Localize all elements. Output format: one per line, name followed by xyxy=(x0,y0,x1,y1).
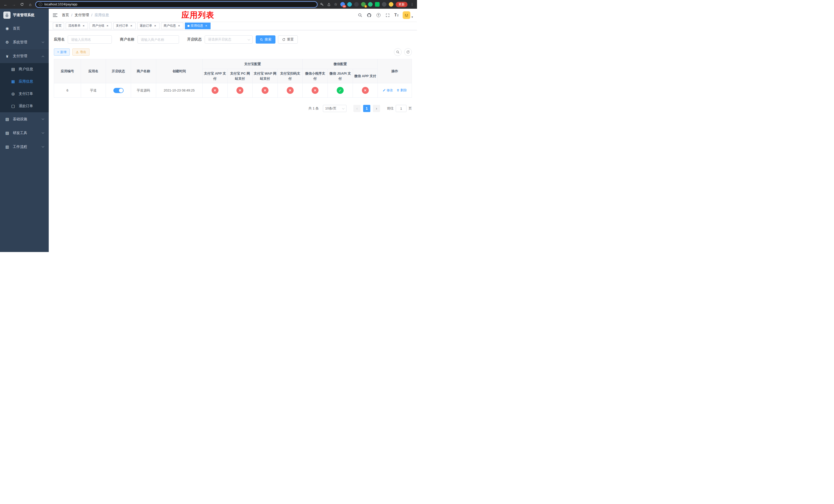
tab-merchant-info[interactable]: 商户信息 × xyxy=(161,23,183,29)
sidebar-item-merchant-info[interactable]: ▤ 商户信息 xyxy=(0,63,49,75)
search-icon[interactable] xyxy=(357,13,363,18)
toggle-search-button[interactable] xyxy=(394,48,402,56)
extension-icon[interactable] xyxy=(368,2,373,7)
sidebar-item-system[interactable]: ⚙ 系统管理 xyxy=(0,36,49,49)
close-icon[interactable]: × xyxy=(153,24,157,28)
sidebar-item-app-info[interactable]: ▦ 应用信息 xyxy=(0,75,49,88)
password-key-icon[interactable] xyxy=(320,2,324,7)
reset-button[interactable]: 重置 xyxy=(278,36,298,44)
active-dot xyxy=(188,25,190,27)
status-label: 开启状态 xyxy=(187,37,202,42)
config-status-icon xyxy=(362,87,369,94)
user-avatar-dropdown[interactable]: ▾ xyxy=(403,11,413,19)
chevron-down-icon xyxy=(248,38,250,41)
tab-app-info[interactable]: 应用信息 × xyxy=(185,23,211,29)
sidebar-item-label: 系统管理 xyxy=(13,40,27,45)
sidebar-item-label: 支付订单 xyxy=(19,92,33,96)
sidebar-item-payment[interactable]: ¥ 支付管理 xyxy=(0,49,49,63)
sidebar-item-infrastructure[interactable]: ▧ 基础设施 xyxy=(0,112,49,126)
tab-refund-order[interactable]: 退款订单 × xyxy=(137,23,159,29)
refresh-button[interactable] xyxy=(404,48,412,56)
browser-menu-icon[interactable]: ⋮ xyxy=(410,2,414,6)
browser-reload-icon[interactable] xyxy=(19,1,25,7)
sidebar-item-home[interactable]: ◉ 首页 xyxy=(0,22,49,36)
tab-process-form[interactable]: 流程表单 × xyxy=(66,23,88,29)
bookmark-star-icon[interactable]: ☆ xyxy=(333,2,338,7)
pagination-total: 共 1 条 xyxy=(308,106,319,111)
search-form: 应用名 商户名称 开启状态 请选择开启状态 搜索 重置 xyxy=(54,36,412,44)
close-icon[interactable]: × xyxy=(204,24,208,28)
extension-icon[interactable]: 1 xyxy=(361,2,366,7)
tab-pay-order[interactable]: 支付订单 × xyxy=(113,23,136,29)
text-size-icon[interactable]: TT xyxy=(394,13,399,17)
breadcrumb-separator: / xyxy=(91,13,92,17)
share-icon[interactable] xyxy=(327,2,331,7)
extension-icon[interactable] xyxy=(389,2,393,7)
chevron-down-icon xyxy=(42,40,44,43)
tab-home[interactable]: 首页 xyxy=(53,23,64,29)
sidebar-item-dev-tools[interactable]: ▨ 研发工具 xyxy=(0,126,49,140)
cell-wechat-mini xyxy=(303,83,328,98)
close-icon[interactable]: × xyxy=(106,24,109,28)
navbar-actions: ? TT ▾ xyxy=(357,11,413,19)
workflow-icon: ▥ xyxy=(5,144,9,149)
config-status-icon xyxy=(212,87,219,94)
top-navbar: 首页 / 支付管理 / 应用信息 应用列表 ? xyxy=(49,9,417,22)
sidebar-item-label: 工作流程 xyxy=(13,144,27,149)
sidebar-item-refund-order[interactable]: ▢ 退款订单 xyxy=(0,100,49,112)
prev-page-button[interactable]: ‹ xyxy=(353,105,360,112)
col-created: 创建时间 xyxy=(156,59,202,83)
table-toolbar: + 新增 导出 xyxy=(54,48,412,56)
merchant-name-input[interactable] xyxy=(137,36,179,44)
browser-home-icon[interactable]: ⌂ xyxy=(27,1,33,7)
status-select[interactable]: 请选择开启状态 xyxy=(205,36,253,44)
page-size-select[interactable]: 10条/页 xyxy=(323,105,347,112)
export-button[interactable]: 导出 xyxy=(72,48,89,55)
edit-link[interactable]: 修改 xyxy=(382,88,393,93)
sidebar-item-workflow[interactable]: ▥ 工作流程 xyxy=(0,140,49,154)
merchant-name-label: 商户名称 xyxy=(120,37,134,42)
close-icon[interactable]: × xyxy=(177,24,181,28)
status-toggle[interactable] xyxy=(113,88,124,93)
extension-icon[interactable]: 10 xyxy=(340,2,345,7)
app-logo[interactable]: 芋道管理系统 xyxy=(0,9,49,22)
gear-icon: ⚙ xyxy=(5,40,9,45)
page-title: 应用列表 xyxy=(181,10,214,21)
breadcrumb-home[interactable]: 首页 xyxy=(62,13,69,18)
col-group-wechat: 微信配置 xyxy=(303,59,378,69)
github-icon[interactable] xyxy=(367,13,372,18)
close-icon[interactable]: × xyxy=(82,24,85,28)
chevron-up-icon xyxy=(42,55,44,58)
page-1-button[interactable]: 1 xyxy=(363,105,370,112)
app-grid-icon: ▦ xyxy=(11,79,15,84)
next-page-button[interactable]: › xyxy=(373,105,380,112)
address-bar[interactable]: i localhost:1024/pay/app xyxy=(36,1,317,8)
sidebar-item-pay-order[interactable]: ◎ 支付订单 xyxy=(0,88,49,100)
tab-user-group[interactable]: 用户分组 × xyxy=(89,23,112,29)
goto-page-input[interactable] xyxy=(396,105,407,112)
fullscreen-icon[interactable] xyxy=(385,13,390,18)
site-info-icon[interactable]: i xyxy=(39,3,42,6)
app-name-input[interactable] xyxy=(68,36,112,44)
browser-forward-icon[interactable]: → xyxy=(11,1,17,7)
yen-icon: ¥ xyxy=(5,54,9,59)
help-icon[interactable]: ? xyxy=(376,13,381,18)
toolbar-right xyxy=(394,48,412,56)
extension-icon[interactable] xyxy=(375,2,379,7)
cell-alipay-app xyxy=(202,83,227,98)
app-table: 应用编号 应用名 开启状态 商户名称 创建时间 支付宝配置 微信配置 操作 支付… xyxy=(54,59,412,98)
delete-link[interactable]: 删除 xyxy=(396,88,407,93)
breadcrumb-section[interactable]: 支付管理 xyxy=(74,13,89,18)
close-icon[interactable]: × xyxy=(130,24,133,28)
sidebar-menu: ◉ 首页 ⚙ 系统管理 ¥ 支付管理 ▤ xyxy=(0,22,49,154)
extension-icon[interactable] xyxy=(354,2,359,7)
extension-icon[interactable] xyxy=(382,2,387,7)
search-button[interactable]: 搜索 xyxy=(256,36,276,44)
goto-label: 前往 xyxy=(387,106,394,111)
extension-icon[interactable] xyxy=(347,2,352,7)
browser-back-icon[interactable]: ← xyxy=(3,1,9,7)
browser-update-button[interactable]: 更新 xyxy=(396,2,408,7)
add-button[interactable]: + 新增 xyxy=(54,48,70,55)
hamburger-icon[interactable] xyxy=(53,14,58,17)
pagination: 共 1 条 10条/页 ‹ 1 › 前往 页 xyxy=(54,105,412,112)
